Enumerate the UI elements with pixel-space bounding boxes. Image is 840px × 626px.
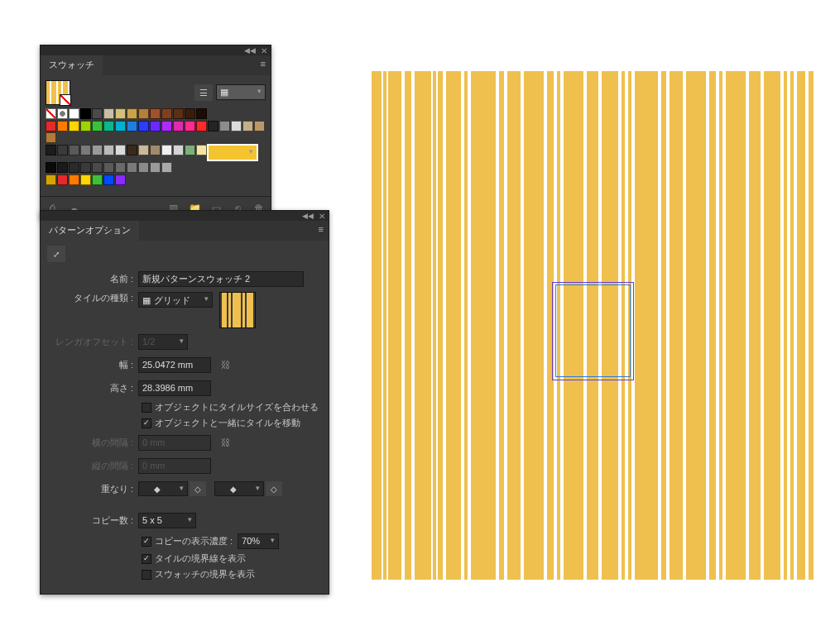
swatch[interactable] bbox=[196, 121, 207, 131]
swatch[interactable] bbox=[69, 162, 79, 173]
swatch[interactable] bbox=[173, 121, 184, 131]
swatch[interactable] bbox=[92, 108, 103, 119]
swatch[interactable] bbox=[115, 145, 126, 155]
tiletype-select[interactable]: ▦グリッド bbox=[138, 292, 213, 308]
swatch[interactable] bbox=[138, 108, 149, 119]
swatch[interactable] bbox=[80, 162, 91, 173]
swatch[interactable] bbox=[185, 145, 195, 155]
show-swatch-checkbox[interactable] bbox=[142, 570, 151, 580]
swatch[interactable] bbox=[127, 145, 137, 155]
swatch[interactable] bbox=[161, 108, 172, 119]
swatch[interactable] bbox=[127, 162, 137, 173]
tab-swatches[interactable]: スウォッチ bbox=[41, 55, 103, 75]
swatch[interactable] bbox=[46, 121, 56, 131]
swatch[interactable] bbox=[150, 162, 161, 173]
height-input[interactable] bbox=[138, 380, 211, 396]
swatch[interactable] bbox=[161, 162, 172, 173]
swatch[interactable] bbox=[115, 174, 126, 185]
swatch[interactable] bbox=[127, 121, 137, 131]
panel-menu-icon[interactable]: ≡ bbox=[314, 221, 329, 241]
swatch[interactable] bbox=[161, 121, 172, 131]
close-icon[interactable]: ✕ bbox=[261, 46, 267, 55]
swatch[interactable] bbox=[103, 121, 114, 131]
swatch[interactable] bbox=[231, 121, 242, 131]
swatch[interactable] bbox=[138, 121, 149, 131]
swatch[interactable] bbox=[150, 145, 161, 155]
swatch[interactable] bbox=[57, 145, 68, 155]
swatch[interactable] bbox=[57, 108, 68, 119]
close-icon[interactable]: ✕ bbox=[319, 212, 325, 221]
name-input[interactable] bbox=[138, 271, 304, 287]
tile-edge-tool-button[interactable]: ⤢ bbox=[47, 246, 65, 262]
swatch[interactable] bbox=[46, 162, 56, 173]
swatch[interactable] bbox=[80, 174, 91, 185]
swatch[interactable] bbox=[57, 162, 68, 173]
swatch[interactable] bbox=[57, 121, 68, 131]
swatch[interactable] bbox=[127, 108, 137, 119]
swatch[interactable] bbox=[69, 121, 79, 131]
swatch[interactable] bbox=[69, 108, 79, 119]
overlap-right-button[interactable]: ◇ bbox=[190, 481, 206, 496]
swatch[interactable] bbox=[80, 108, 91, 119]
current-fill-swatch[interactable] bbox=[46, 80, 70, 105]
swatch[interactable] bbox=[46, 145, 56, 155]
swatch[interactable] bbox=[103, 108, 114, 119]
swatch-selected[interactable] bbox=[208, 145, 257, 160]
swatch[interactable] bbox=[219, 121, 230, 131]
swatch[interactable] bbox=[242, 121, 253, 131]
swatch[interactable] bbox=[69, 174, 79, 185]
dim-checkbox[interactable] bbox=[142, 537, 151, 547]
swatch[interactable] bbox=[115, 121, 126, 131]
stripe bbox=[764, 71, 780, 580]
swatch[interactable] bbox=[80, 121, 91, 131]
swatch[interactable] bbox=[196, 145, 207, 155]
swatch[interactable] bbox=[185, 108, 195, 119]
swatch[interactable] bbox=[69, 145, 79, 155]
swatch[interactable] bbox=[173, 145, 184, 155]
swatch[interactable] bbox=[103, 145, 114, 155]
swatch[interactable] bbox=[46, 108, 56, 119]
swatch[interactable] bbox=[150, 108, 161, 119]
size-to-art-checkbox[interactable] bbox=[142, 403, 151, 413]
swatch[interactable] bbox=[150, 121, 161, 131]
grid-view-button[interactable]: ▦ bbox=[216, 84, 266, 100]
hspace-label: 横の間隔 : bbox=[47, 437, 138, 449]
swatch[interactable] bbox=[196, 108, 207, 119]
panel-menu-icon[interactable]: ≡ bbox=[256, 55, 271, 75]
swatch[interactable] bbox=[103, 174, 114, 185]
panel-collapse-bar[interactable]: ◀◀ ✕ bbox=[41, 211, 329, 221]
tab-pattern-options[interactable]: パターンオプション bbox=[41, 221, 139, 241]
panel-collapse-bar[interactable]: ◀◀ ✕ bbox=[41, 45, 271, 55]
link-wh-icon[interactable]: ⛓ bbox=[218, 357, 233, 372]
swatch[interactable] bbox=[115, 108, 126, 119]
collapse-icon[interactable]: ◀◀ bbox=[302, 212, 314, 220]
overlap-bottom-button[interactable]: ◇ bbox=[266, 481, 282, 496]
show-tile-checkbox[interactable] bbox=[142, 554, 151, 564]
swatch[interactable] bbox=[138, 162, 149, 173]
copies-select[interactable]: 5 x 5 bbox=[138, 513, 196, 528]
swatch[interactable] bbox=[92, 162, 103, 173]
dim-select[interactable]: 70% bbox=[238, 533, 279, 549]
pattern-canvas[interactable] bbox=[368, 71, 815, 580]
swatch[interactable] bbox=[138, 145, 149, 155]
swatch[interactable] bbox=[46, 132, 56, 143]
swatch[interactable] bbox=[92, 145, 103, 155]
swatch[interactable] bbox=[115, 162, 126, 173]
swatch[interactable] bbox=[173, 108, 184, 119]
swatch[interactable] bbox=[161, 145, 172, 155]
swatch[interactable] bbox=[46, 174, 56, 185]
list-view-button[interactable]: ☰ bbox=[194, 84, 213, 101]
swatch[interactable] bbox=[103, 162, 114, 173]
swatch[interactable] bbox=[57, 174, 68, 185]
width-input[interactable] bbox=[138, 357, 211, 373]
overlap-top-button[interactable]: ◆ bbox=[214, 481, 264, 496]
move-with-art-checkbox[interactable] bbox=[142, 418, 151, 428]
overlap-left-button[interactable]: ◆ bbox=[138, 481, 188, 496]
swatch[interactable] bbox=[92, 121, 103, 131]
swatch[interactable] bbox=[92, 174, 103, 185]
swatch[interactable] bbox=[254, 121, 265, 131]
swatch[interactable] bbox=[208, 121, 218, 131]
swatch[interactable] bbox=[80, 145, 91, 155]
collapse-icon[interactable]: ◀◀ bbox=[244, 46, 256, 55]
swatch[interactable] bbox=[185, 121, 195, 131]
